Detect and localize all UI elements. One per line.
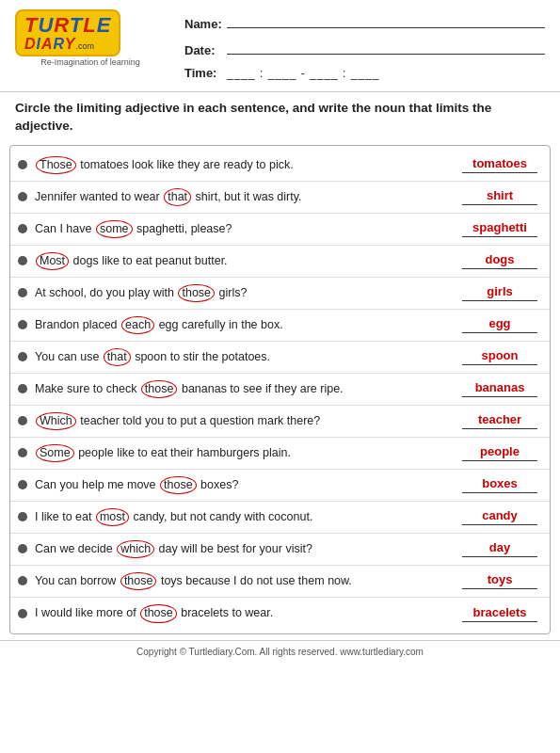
circled-word: those (178, 284, 215, 303)
answer-word: girls (487, 284, 512, 298)
name-line (227, 13, 545, 28)
sentence-text: Most dogs like to eat peanut butter. (35, 252, 457, 271)
answer-line (462, 428, 537, 429)
answer-word: shirt (487, 188, 513, 202)
answer-word: egg (488, 316, 510, 330)
circled-word: Those (36, 156, 76, 175)
answer-area: day (457, 540, 542, 557)
name-label: Name: (184, 17, 227, 31)
answer-line (462, 556, 537, 557)
logo-line1: TURTLE (24, 15, 111, 36)
circled-word: those (120, 572, 157, 591)
circled-word: those (160, 476, 197, 495)
sentence-row: At school, do you play with those girls?… (10, 278, 550, 310)
logo-tagline: Re-Imagination of learning (15, 57, 166, 67)
bullet-icon (18, 512, 27, 521)
answer-word: toys (488, 572, 513, 586)
sentence-text: Brandon placed each egg carefully in the… (35, 316, 457, 335)
answer-line (462, 236, 537, 237)
bullet-icon (18, 352, 27, 361)
circled-word: those (140, 604, 177, 623)
sentence-row: Some people like to eat their hamburgers… (10, 438, 550, 470)
logo-com: .com (76, 41, 95, 51)
answer-line (462, 172, 537, 173)
sentence-text: Can you help me move those boxes? (35, 476, 457, 495)
answer-area: candy (457, 508, 542, 525)
name-fields: Name: Date: Time: ____ : ____ - ____ : _… (166, 9, 545, 86)
logo-line2: DIARY (24, 36, 76, 53)
sentence-row: Jennifer wanted to wear that shirt, but … (10, 182, 550, 214)
circled-word: Most (36, 252, 69, 271)
bullet-icon (18, 192, 27, 201)
circled-word: those (141, 380, 178, 399)
bullet-icon (18, 384, 27, 393)
answer-word: bracelets (472, 605, 526, 619)
instruction: Circle the limiting adjective in each se… (0, 91, 560, 141)
bullet-icon (18, 160, 27, 169)
answer-word: dogs (485, 252, 514, 266)
sentence-text: Which teacher told you to put a question… (35, 412, 457, 431)
sentence-text: I like to eat most candy, but not candy … (35, 508, 457, 527)
sentence-row: I would like more of those bracelets to … (10, 598, 550, 630)
answer-line (462, 460, 537, 461)
answer-line (462, 588, 537, 589)
bullet-icon (18, 480, 27, 489)
sentence-row: You can borrow those toys because I do n… (10, 566, 550, 598)
answer-line (462, 492, 537, 493)
sentence-text: Jennifer wanted to wear that shirt, but … (35, 188, 457, 207)
logo-box: TURTLE DIARY .com (15, 9, 120, 56)
bullet-icon (18, 609, 27, 618)
sentence-row: Can you help me move those boxes?boxes (10, 470, 550, 502)
sentence-text: You can borrow those toys because I do n… (35, 572, 457, 591)
date-label: Date: (184, 43, 227, 57)
answer-line (462, 332, 537, 333)
footer: Copyright © Turtlediary.Com. All rights … (0, 640, 560, 663)
bullet-icon (18, 256, 27, 265)
answer-word: people (480, 444, 520, 458)
answer-area: tomatoes (457, 156, 542, 173)
answer-word: teacher (478, 412, 521, 426)
circled-word: that (104, 348, 131, 367)
bullet-icon (18, 320, 27, 329)
sentence-text: Can we decide which day will be best for… (35, 540, 457, 559)
answer-word: bananas (475, 380, 525, 394)
answer-line (462, 621, 537, 622)
bullet-icon (18, 544, 27, 553)
sentence-row: Those tomatoes look like they are ready … (10, 150, 550, 182)
answer-word: candy (482, 508, 518, 522)
answer-line (462, 268, 537, 269)
circled-word: each (121, 316, 154, 335)
sentence-text: At school, do you play with those girls? (35, 284, 457, 303)
answer-area: bracelets (457, 605, 542, 622)
answer-area: egg (457, 316, 542, 333)
answer-area: teacher (457, 412, 542, 429)
circled-word: which (117, 540, 154, 559)
logo-area: TURTLE DIARY .com Re-Imagination of lear… (15, 9, 166, 67)
circled-word: most (96, 508, 129, 527)
answer-area: shirt (457, 188, 542, 205)
bullet-icon (18, 416, 27, 425)
answer-line (462, 364, 537, 365)
bullet-icon (18, 448, 27, 457)
bullet-icon (18, 288, 27, 297)
sentence-text: You can use that spoon to stir the potat… (35, 348, 457, 367)
sentence-row: Most dogs like to eat peanut butter.dogs (10, 246, 550, 278)
worksheet-box: Those tomatoes look like they are ready … (9, 145, 551, 634)
header: TURTLE DIARY .com Re-Imagination of lear… (0, 0, 560, 91)
time-placeholder: ____ : ____ - ____ : ____ (227, 67, 379, 80)
answer-area: spoon (457, 348, 542, 365)
answer-word: boxes (482, 476, 518, 490)
sentence-row: Can we decide which day will be best for… (10, 534, 550, 566)
answer-area: bananas (457, 380, 542, 397)
circled-word: some (96, 220, 133, 239)
answer-line (462, 396, 537, 397)
sentence-row: You can use that spoon to stir the potat… (10, 342, 550, 374)
sentence-text: Make sure to check those bananas to see … (35, 380, 457, 399)
sentence-text: Can I have some spaghetti, please? (35, 220, 457, 239)
sentence-text: Those tomatoes look like they are ready … (35, 156, 457, 175)
sentence-text: Some people like to eat their hamburgers… (35, 444, 457, 463)
answer-line (462, 204, 537, 205)
answer-area: people (457, 444, 542, 461)
sentence-text: I would like more of those bracelets to … (35, 604, 457, 623)
answer-line (462, 300, 537, 301)
